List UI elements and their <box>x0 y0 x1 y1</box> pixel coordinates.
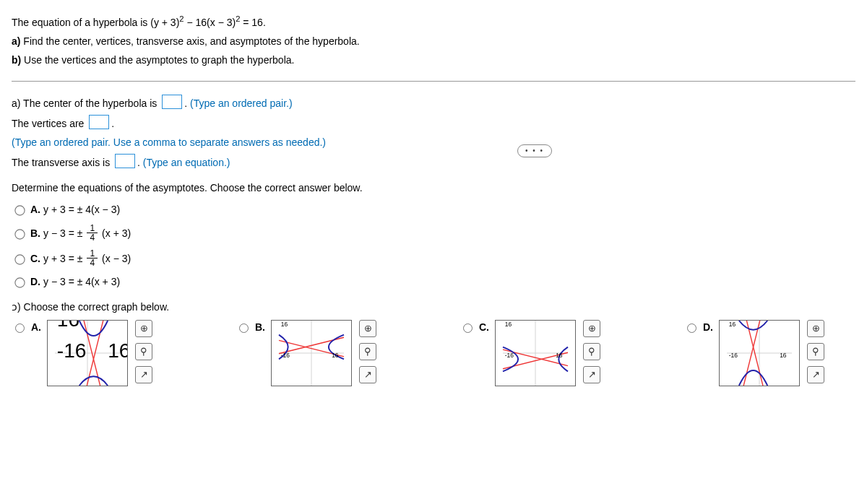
graph-label-A: A. <box>31 320 41 334</box>
svg-text:16: 16 <box>729 321 736 328</box>
divider <box>12 81 855 82</box>
svg-text:-16: -16 <box>281 352 290 359</box>
asym-label-D: D. y − 3 = ± 4(x + 3) <box>30 274 120 289</box>
asym-label-C: C. y + 3 = ± 14 (x − 3) <box>30 249 131 267</box>
popout-icon[interactable]: ↗ <box>583 366 600 383</box>
graph-label-B: B. <box>255 320 265 334</box>
svg-text:16: 16 <box>780 352 787 359</box>
graph-thumb-C[interactable]: 16 16 -16 <box>495 320 576 386</box>
center-input[interactable] <box>162 95 182 109</box>
vertices-hint: (Type an ordered pair. Use a comma to se… <box>12 135 855 149</box>
zoom-out-icon[interactable]: ⚲ <box>583 343 600 360</box>
graph-thumb-B[interactable]: 16 16 -16 <box>271 320 352 386</box>
svg-text:-16: -16 <box>505 352 514 359</box>
transverse-hint: (Type an equation.) <box>143 157 230 168</box>
svg-text:16: 16 <box>505 321 512 328</box>
part-b-text: Use the vertices and the asymptotes to g… <box>24 54 294 66</box>
svg-text:16: 16 <box>332 352 339 359</box>
asym-radio-D[interactable] <box>14 278 25 288</box>
transverse-line: The transverse axis is . (Type an equati… <box>12 154 855 170</box>
zoom-out-icon[interactable]: ⚲ <box>135 343 152 360</box>
graph-radio-D[interactable] <box>687 323 696 333</box>
center-hint: (Type an ordered pair.) <box>190 97 293 109</box>
zoom-out-icon[interactable]: ⚲ <box>807 343 824 360</box>
svg-text:16: 16 <box>108 339 128 362</box>
svg-text:16: 16 <box>556 352 563 359</box>
svg-text:-16: -16 <box>57 339 87 362</box>
asym-radio-B[interactable] <box>14 229 25 239</box>
part-a-text: Find the center, vertices, transverse ax… <box>23 35 359 47</box>
problem-statement: The equation of a hyperbola is (y + 3)2 … <box>12 13 855 68</box>
zoom-in-icon[interactable]: ⊕ <box>807 320 824 337</box>
svg-text:-16: -16 <box>729 352 738 359</box>
popout-icon[interactable]: ↗ <box>135 366 152 383</box>
graph-label-D: D. <box>703 320 713 334</box>
transverse-input[interactable] <box>115 154 135 168</box>
graph-radio-B[interactable] <box>239 323 249 333</box>
graph-radio-A[interactable] <box>15 323 25 333</box>
asym-radio-C[interactable] <box>14 254 25 264</box>
more-pill[interactable]: • • • <box>517 144 552 158</box>
graph-radio-C[interactable] <box>463 323 473 333</box>
asym-radio-A[interactable] <box>14 206 25 216</box>
graph-label-C: C. <box>479 320 489 334</box>
zoom-in-icon[interactable]: ⊕ <box>583 320 600 337</box>
popout-icon[interactable]: ↗ <box>807 366 824 383</box>
vertices-input[interactable] <box>89 115 109 129</box>
vertices-line-1: The vertices are . <box>12 115 855 131</box>
asym-label-A: A. y + 3 = ± 4(x − 3) <box>30 202 120 217</box>
graph-prompt: ɔ) Choose the correct graph below. <box>12 300 855 314</box>
zoom-out-icon[interactable]: ⚲ <box>359 343 376 360</box>
asym-label-B: B. y − 3 = ± 14 (x + 3) <box>30 224 131 242</box>
popout-icon[interactable]: ↗ <box>359 366 376 383</box>
zoom-in-icon[interactable]: ⊕ <box>359 320 376 337</box>
graph-thumb-A[interactable]: 16 16 -16 <box>47 320 128 386</box>
zoom-in-icon[interactable]: ⊕ <box>135 320 152 337</box>
asymptote-prompt: Determine the equations of the asymptote… <box>12 181 855 195</box>
center-line: a) The center of the hyperbola is . (Typ… <box>12 95 855 110</box>
svg-text:16: 16 <box>281 321 288 328</box>
svg-text:16: 16 <box>57 320 79 331</box>
graph-thumb-D[interactable]: 16 16 -16 <box>719 320 800 386</box>
